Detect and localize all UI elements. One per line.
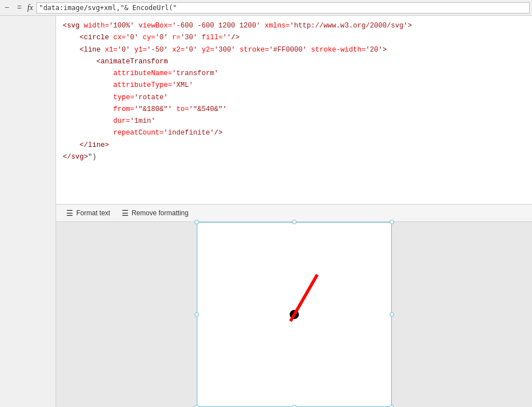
code-line: type='rotate' (63, 92, 525, 104)
code-line: attributeName='transform' (63, 68, 525, 80)
handle-top-right[interactable] (390, 220, 394, 224)
code-line: <svg width='100%' viewBox='-600 -600 120… (63, 20, 525, 32)
minus-icon[interactable]: − (2, 2, 11, 13)
handle-top-center[interactable] (292, 220, 297, 224)
code-editor[interactable]: <svg width='100%' viewBox='-600 -600 120… (56, 16, 532, 204)
code-line: <animateTransform (63, 56, 525, 68)
code-line: from='"&180&"' to='"&540&"' (63, 104, 525, 115)
handle-top-left[interactable] (195, 220, 199, 224)
remove-formatting-button[interactable]: ☰ Remove formatting (116, 206, 194, 220)
left-gutter (0, 16, 56, 407)
handle-bottom-right[interactable] (390, 405, 394, 407)
code-line: <line x1='0' y1='-50' x2='0' y2='300' st… (63, 44, 525, 56)
editor-area: <svg width='100%' viewBox='-600 -600 120… (56, 16, 532, 407)
code-line: dur='1min' (63, 115, 525, 127)
handle-bottom-center[interactable] (292, 405, 297, 407)
format-text-icon: ☰ (66, 209, 73, 218)
preview-area (56, 222, 532, 407)
formula-bar-container: − = fx (0, 0, 532, 16)
formula-input[interactable] (36, 2, 530, 13)
main-content: <svg width='100%' viewBox='-600 -600 120… (0, 16, 532, 407)
fx-label: fx (27, 3, 33, 12)
svg-preview (197, 223, 391, 406)
code-line: </svg>") (63, 151, 525, 163)
handle-middle-right[interactable] (390, 312, 394, 317)
format-text-label: Format text (76, 209, 110, 217)
code-line: </line> (63, 140, 525, 151)
code-line: attributeType='XML' (63, 80, 525, 91)
svg-preview-container[interactable] (197, 222, 392, 407)
remove-formatting-label: Remove formatting (132, 209, 188, 217)
equals-icon: = (15, 2, 24, 13)
remove-formatting-icon: ☰ (122, 209, 129, 218)
handle-middle-left[interactable] (195, 312, 199, 317)
svg-line-1 (290, 275, 317, 321)
code-line: repeatCount='indefinite'/> (63, 127, 525, 139)
code-line: <circle cx='0' cy='0' r='30' fill=''/> (63, 32, 525, 44)
handle-bottom-left[interactable] (195, 405, 199, 407)
format-text-button[interactable]: ☰ Format text (61, 206, 116, 220)
